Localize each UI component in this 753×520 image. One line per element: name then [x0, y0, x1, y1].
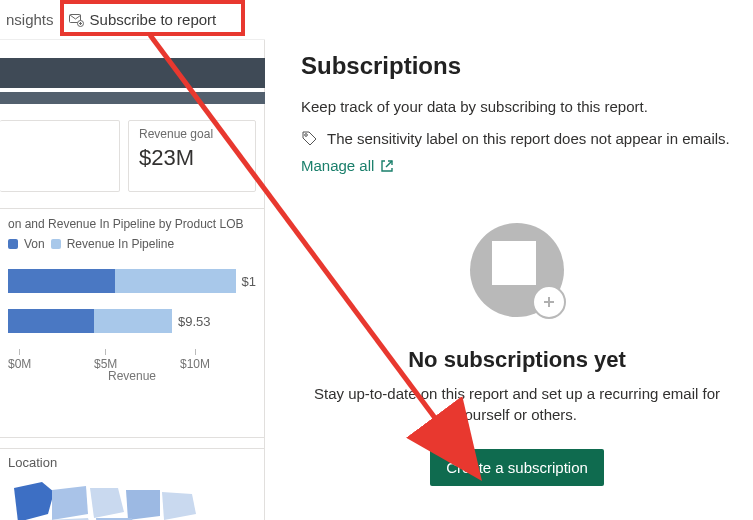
kpi-card-blank — [0, 120, 120, 192]
bar-value-1: $9.53 — [178, 314, 211, 329]
kpi-card-revenue-goal: Revenue goal $23M — [128, 120, 256, 192]
tag-icon — [301, 129, 319, 147]
legend-label-0: Von — [24, 237, 45, 251]
kpi-title: Revenue goal — [139, 127, 245, 141]
sensitivity-text: The sensitivity label on this report doe… — [327, 130, 730, 147]
panel-subtitle: Keep track of your data by subscribing t… — [301, 98, 733, 115]
create-subscription-button[interactable]: Create a subscription — [430, 449, 604, 486]
subscriptions-panel: Subscriptions Keep track of your data by… — [265, 0, 753, 520]
legend-swatch-0 — [8, 239, 18, 249]
svg-point-3 — [305, 134, 308, 137]
map-thumbnail — [8, 470, 258, 520]
panel-title: Subscriptions — [301, 52, 733, 80]
chart-plot-area: $1 $9.53 — [8, 269, 256, 333]
report-canvas-partial: Revenue goal $23M on and Revenue In Pipe… — [0, 40, 265, 520]
manage-all-link[interactable]: Manage all — [301, 157, 394, 174]
empty-state: No subscriptions yet Stay up-to-date on … — [301, 223, 733, 486]
toolbar-insights-truncated[interactable]: nsights — [6, 11, 54, 28]
plus-icon — [532, 285, 566, 319]
bar-row-0: $1 — [8, 269, 256, 293]
x-axis-label: Revenue — [8, 369, 256, 383]
subscribe-to-report-button[interactable]: Subscribe to report — [60, 7, 225, 32]
map-card[interactable]: Location — [0, 448, 265, 520]
legend-swatch-1 — [51, 239, 61, 249]
chart-x-axis: $0M $5M $10M Revenue — [8, 349, 256, 377]
manage-all-label: Manage all — [301, 157, 374, 174]
toolbar: nsights Subscribe to report — [0, 0, 265, 40]
empty-state-title: No subscriptions yet — [301, 347, 733, 373]
empty-state-icon — [470, 223, 564, 317]
map-title: Location — [8, 455, 256, 470]
chart-title: on and Revenue In Pipeline by Product LO… — [8, 217, 256, 231]
chart-legend: Von Revenue In Pipeline — [8, 237, 256, 251]
kpi-value: $23M — [139, 145, 245, 171]
subscribe-icon — [68, 12, 84, 28]
bar-value-0: $1 — [242, 274, 256, 289]
legend-label-1: Revenue In Pipeline — [67, 237, 174, 251]
external-link-icon — [380, 159, 394, 173]
bar-chart-card[interactable]: on and Revenue In Pipeline by Product LO… — [0, 208, 265, 438]
sensitivity-row: The sensitivity label on this report doe… — [301, 129, 733, 147]
subscribe-label: Subscribe to report — [90, 11, 217, 28]
bar-row-1: $9.53 — [8, 309, 256, 333]
empty-state-description: Stay up-to-date on this report and set u… — [301, 383, 733, 425]
